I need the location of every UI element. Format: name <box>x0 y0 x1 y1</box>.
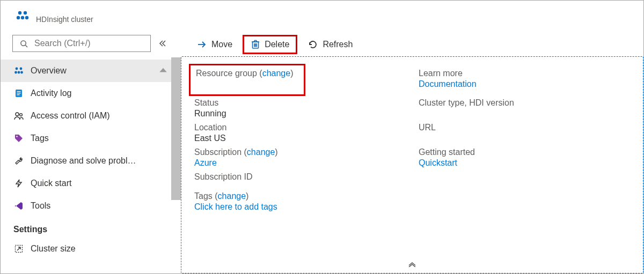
resize-icon <box>13 243 24 254</box>
sidebar-nav-settings: Cluster size <box>1 238 174 260</box>
location-value: East US <box>194 134 406 143</box>
refresh-button[interactable]: Refresh <box>299 35 361 54</box>
svg-rect-14 <box>17 91 21 92</box>
sidebar-item-overview[interactable]: Overview <box>1 60 174 82</box>
svg-point-0 <box>18 11 21 14</box>
svg-marker-19 <box>15 135 23 142</box>
refresh-label: Refresh <box>323 40 353 49</box>
tags-add-link[interactable]: Click here to add tags <box>194 202 630 212</box>
svg-point-7 <box>16 68 18 70</box>
delete-label: Delete <box>265 40 289 49</box>
svg-point-5 <box>20 40 25 45</box>
sidebar-nav: Overview Activity log Access control (I <box>1 60 174 217</box>
overview-essentials: Resource group (change) Learn more Docum… <box>181 56 643 273</box>
svg-point-17 <box>16 113 19 116</box>
sidebar-item-label: Diagnose and solve probl… <box>31 156 168 166</box>
cluster-type-label: Cluster type, HDI version <box>419 98 630 108</box>
svg-marker-21 <box>16 180 21 187</box>
collapse-sidebar-button[interactable] <box>156 37 169 50</box>
svg-rect-15 <box>17 93 21 93</box>
breadcrumb: HDInsight cluster <box>36 10 93 24</box>
subscription-link[interactable]: Azure <box>194 158 406 168</box>
subscription-label: Subscription (change) <box>194 147 406 157</box>
status-value: Running <box>194 109 406 119</box>
sidebar-item-tools[interactable]: Tools <box>1 195 174 217</box>
hdinsight-cluster-icon <box>16 10 30 24</box>
sidebar-item-activity-log[interactable]: Activity log <box>1 82 174 105</box>
sidebar-item-diagnose[interactable]: Diagnose and solve probl… <box>1 150 174 172</box>
sidebar-section-settings: Settings <box>1 217 174 236</box>
chevron-up-icon <box>158 65 168 77</box>
essentials-collapse-toggle[interactable] <box>181 261 643 269</box>
sidebar-item-access-control[interactable]: Access control (IAM) <box>1 105 174 127</box>
svg-point-18 <box>20 114 23 116</box>
svg-point-2 <box>17 16 20 19</box>
sidebar-item-label: Access control (IAM) <box>31 111 168 121</box>
url-label: URL <box>419 123 630 132</box>
sidebar-item-quick-start[interactable]: Quick start <box>1 172 174 195</box>
sidebar-item-label: Cluster size <box>31 244 168 254</box>
move-button[interactable]: Move <box>188 35 240 54</box>
tag-icon <box>13 133 24 144</box>
svg-point-10 <box>18 71 20 74</box>
status-label: Status <box>194 98 406 108</box>
sidebar-item-label: Overview <box>31 66 152 76</box>
getting-started-label: Getting started <box>419 147 630 157</box>
people-icon <box>13 110 24 121</box>
quickstart-link[interactable]: Quickstart <box>419 158 630 168</box>
lightning-icon <box>13 178 24 189</box>
location-label: Location <box>194 123 406 132</box>
sidebar-item-tags[interactable]: Tags <box>1 127 174 150</box>
resource-group-label: Resource group (change) <box>196 69 293 78</box>
sidebar-search[interactable] <box>12 35 151 52</box>
delete-button[interactable]: Delete <box>243 35 297 54</box>
svg-marker-22 <box>15 202 23 210</box>
learn-more-label: Learn more <box>419 69 630 78</box>
refresh-icon <box>308 39 318 50</box>
svg-point-11 <box>20 71 23 74</box>
tags-label: Tags (change) <box>194 191 630 201</box>
main-content: Move Delete Refresh <box>181 33 643 273</box>
azure-portal-blade: HDInsight cluster <box>0 0 644 274</box>
log-icon <box>13 88 24 99</box>
documentation-link[interactable]: Documentation <box>419 79 630 89</box>
tags-change-link[interactable]: change <box>218 191 246 201</box>
subscription-id-label: Subscription ID <box>194 172 406 182</box>
sidebar-item-cluster-size[interactable]: Cluster size <box>1 238 174 260</box>
svg-point-4 <box>25 16 28 19</box>
resource-group-highlight: Resource group (change) <box>189 64 305 96</box>
sidebar-item-label: Quick start <box>31 179 168 188</box>
arrow-right-icon <box>196 39 207 50</box>
trash-icon <box>251 39 260 50</box>
visual-studio-icon <box>13 201 24 211</box>
sidebar-item-label: Tags <box>31 134 168 143</box>
svg-line-6 <box>25 45 27 47</box>
sidebar: Overview Activity log Access control (I <box>1 33 181 273</box>
wrench-icon <box>13 155 24 166</box>
header: HDInsight cluster <box>1 1 643 33</box>
resource-group-change-link[interactable]: change <box>262 69 291 78</box>
svg-point-9 <box>14 71 17 74</box>
move-label: Move <box>211 40 232 49</box>
toolbar: Move Delete Refresh <box>181 33 643 56</box>
svg-point-20 <box>16 136 18 137</box>
svg-point-8 <box>20 68 23 70</box>
cluster-icon <box>13 65 24 76</box>
svg-rect-16 <box>17 94 20 95</box>
svg-point-3 <box>21 16 24 19</box>
search-icon <box>18 38 29 49</box>
sidebar-item-label: Tools <box>31 201 168 211</box>
svg-marker-12 <box>159 68 167 72</box>
sidebar-scrollbar[interactable] <box>171 57 181 200</box>
subscription-change-link[interactable]: change <box>247 147 275 157</box>
sidebar-search-input[interactable] <box>33 38 145 49</box>
svg-point-1 <box>24 11 27 14</box>
sidebar-item-label: Activity log <box>31 88 168 98</box>
